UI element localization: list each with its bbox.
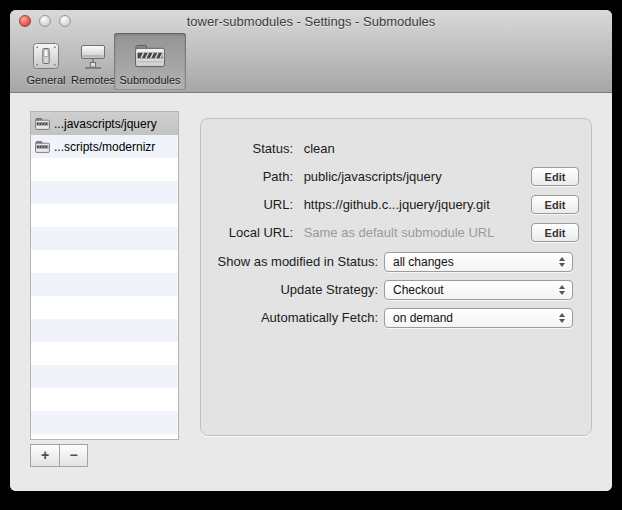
local-url-label: Local URL: (201, 223, 293, 243)
remove-submodule-button[interactable]: − (59, 444, 88, 467)
url-value: https://github.c...jquery/jquery.git (304, 197, 490, 212)
toolbar-label-remotes: Remotes (71, 74, 115, 87)
path-label: Path: (201, 167, 293, 187)
general-switch-icon (31, 38, 61, 74)
stepper-arrows-icon (559, 313, 566, 323)
list-item-jquery[interactable]: ...javascripts/jquery (31, 112, 178, 135)
toolbar-item-remotes[interactable]: Remotes (68, 33, 118, 90)
submodule-details-panel: Status: clean Path: public/javascripts/j… (200, 118, 592, 436)
edit-local-url-button[interactable]: Edit (531, 223, 579, 242)
url-label: URL: (201, 195, 293, 215)
automatically-fetch-select[interactable]: on demand (384, 308, 573, 328)
toolbar-label-general: General (26, 74, 65, 87)
update-strategy-row: Update Strategy: Checkout (201, 280, 591, 300)
edit-path-button[interactable]: Edit (531, 167, 579, 186)
list-item-modernizr[interactable]: ...scripts/modernizr (31, 135, 178, 158)
path-row: Path: public/javascripts/jquery Edit (201, 167, 591, 187)
submodule-icon (35, 141, 50, 153)
show-modified-label: Show as modified in Status: (201, 252, 378, 272)
local-url-row: Local URL: Same as default submodule URL… (201, 223, 591, 243)
titlebar[interactable]: tower-submodules - Settings - Submodules (10, 10, 612, 32)
list-item-label: ...scripts/modernizr (54, 140, 155, 154)
toolbar-item-submodules[interactable]: Submodules (114, 33, 186, 90)
status-label: Status: (201, 139, 293, 159)
submodule-icon (35, 118, 50, 130)
toolbar: General (10, 32, 612, 92)
auto-fetch-value: on demand (393, 311, 453, 325)
submodules-folder-icon (134, 38, 166, 74)
stepper-arrows-icon (559, 285, 566, 295)
local-url-value: Same as default submodule URL (304, 225, 495, 240)
show-modified-value: all changes (393, 255, 454, 269)
update-strategy-value: Checkout (393, 283, 444, 297)
list-item-label: ...javascripts/jquery (54, 117, 157, 131)
remotes-network-icon (78, 38, 108, 74)
submodule-list: ...javascripts/jquery ...scripts/moderni… (30, 111, 179, 440)
show-as-modified-select[interactable]: all changes (384, 252, 573, 272)
path-value: public/javascripts/jquery (304, 169, 442, 184)
stepper-arrows-icon (559, 257, 566, 267)
url-row: URL: https://github.c...jquery/jquery.gi… (201, 195, 591, 215)
status-row: Status: clean (201, 139, 591, 159)
content-area: ...javascripts/jquery ...scripts/moderni… (10, 93, 612, 491)
update-strategy-label: Update Strategy: (201, 280, 378, 300)
toolbar-label-submodules: Submodules (119, 74, 180, 87)
list-buttons: + − (30, 444, 88, 467)
update-strategy-select[interactable]: Checkout (384, 280, 573, 300)
auto-fetch-label: Automatically Fetch: (201, 308, 378, 328)
window-title: tower-submodules - Settings - Submodules (10, 14, 612, 29)
show-modified-row: Show as modified in Status: all changes (201, 252, 591, 272)
edit-url-button[interactable]: Edit (531, 195, 579, 214)
settings-window: tower-submodules - Settings - Submodules (10, 10, 612, 491)
add-submodule-button[interactable]: + (30, 444, 59, 467)
toolbar-item-general[interactable]: General (20, 33, 72, 90)
status-value: clean (304, 141, 335, 156)
auto-fetch-row: Automatically Fetch: on demand (201, 308, 591, 328)
window-header: tower-submodules - Settings - Submodules (10, 10, 612, 93)
